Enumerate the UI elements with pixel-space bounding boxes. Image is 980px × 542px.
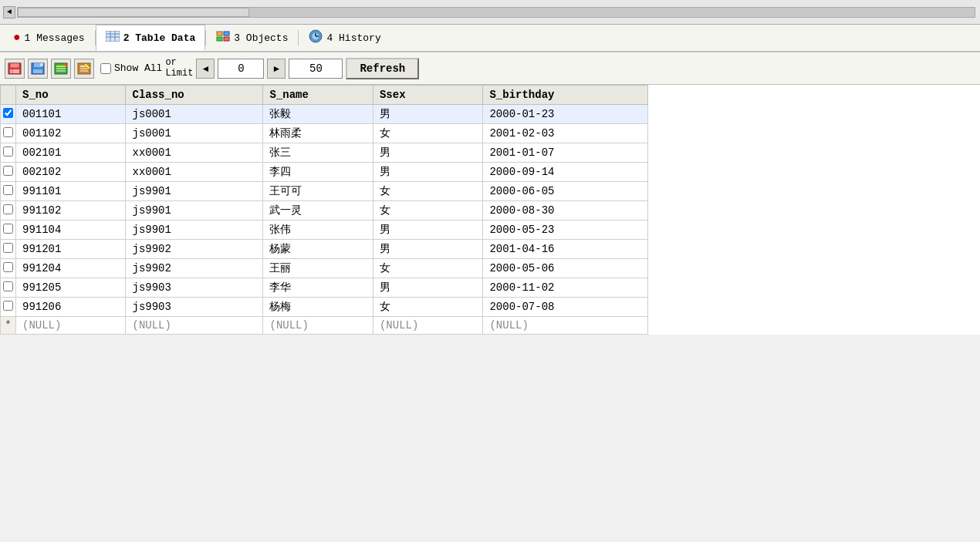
row-checkbox-cell[interactable] [1, 278, 16, 298]
cell-class-no[interactable]: js0001 [126, 124, 263, 143]
row-checkbox-cell[interactable] [1, 221, 16, 240]
row-checkbox[interactable] [3, 108, 13, 118]
cell-ssex[interactable]: 女 [373, 298, 482, 317]
cell-class-no[interactable]: js9901 [126, 221, 263, 240]
table-row[interactable]: 991101 js9901 王可可 女 2000-06-05 [1, 182, 648, 201]
row-checkbox[interactable] [3, 224, 13, 234]
show-all-checkbox[interactable] [100, 63, 111, 74]
cell-s-name[interactable]: 王丽 [263, 259, 373, 278]
cell-s-no[interactable]: 991102 [16, 201, 126, 221]
next-btn[interactable]: ► [267, 59, 286, 79]
show-all-checkbox-label[interactable]: Show All [100, 62, 162, 74]
null-class-no[interactable]: (NULL) [126, 317, 263, 335]
table-row[interactable]: 991102 js9901 武一灵 女 2000-08-30 [1, 201, 648, 221]
cell-s-name[interactable]: 杨梅 [263, 298, 373, 317]
cell-ssex[interactable]: 男 [373, 221, 482, 240]
col-ssex[interactable]: Ssex [373, 86, 482, 105]
cell-s-no[interactable]: 002102 [16, 163, 126, 182]
edit-btn[interactable] [74, 59, 94, 79]
cell-s-name[interactable]: 林雨柔 [263, 124, 373, 143]
cell-class-no[interactable]: js0001 [126, 105, 263, 124]
cell-s-name[interactable]: 李华 [263, 278, 373, 298]
null-ssex[interactable]: (NULL) [373, 317, 482, 335]
col-s-name[interactable]: S_name [263, 86, 373, 105]
cell-s-birthday[interactable]: 2000-01-23 [483, 105, 648, 124]
row-checkbox-cell[interactable] [1, 298, 16, 317]
table-row[interactable]: 991204 js9902 王丽 女 2000-05-06 [1, 259, 648, 278]
row-checkbox-cell[interactable] [1, 259, 16, 278]
cell-s-birthday[interactable]: 2000-09-14 [483, 163, 648, 182]
cell-s-birthday[interactable]: 2000-05-06 [483, 259, 648, 278]
scroll-track[interactable] [17, 7, 975, 18]
cell-ssex[interactable]: 男 [373, 143, 482, 163]
tab-messages[interactable]: ● 1 Messages [3, 25, 95, 51]
cell-class-no[interactable]: js9901 [126, 201, 263, 221]
row-checkbox[interactable] [3, 185, 13, 195]
row-checkbox-cell[interactable] [1, 163, 16, 182]
table-row[interactable]: 002101 xx0001 张三 男 2001-01-07 [1, 143, 648, 163]
row-checkbox[interactable] [3, 127, 13, 137]
cell-class-no[interactable]: js9902 [126, 240, 263, 259]
scroll-thumb[interactable] [18, 8, 249, 17]
refresh-btn[interactable]: Refresh [346, 58, 419, 79]
null-s-no[interactable]: (NULL) [16, 317, 126, 335]
table-row[interactable]: 991206 js9903 杨梅 女 2000-07-08 [1, 298, 648, 317]
col-class-no[interactable]: Class_no [126, 86, 263, 105]
tab-objects[interactable]: 3 Objects [206, 25, 298, 51]
cell-s-no[interactable]: 991206 [16, 298, 126, 317]
cell-s-name[interactable]: 张毅 [263, 105, 373, 124]
db-save-btn[interactable] [5, 59, 25, 79]
null-row[interactable]: * (NULL) (NULL) (NULL) (NULL) (NULL) [1, 317, 648, 335]
row-checkbox-cell[interactable] [1, 240, 16, 259]
row-checkbox[interactable] [3, 146, 13, 157]
row-checkbox-cell[interactable] [1, 143, 16, 163]
cell-s-birthday[interactable]: 2001-04-16 [483, 240, 648, 259]
cell-ssex[interactable]: 男 [373, 163, 482, 182]
row-checkbox-cell[interactable] [1, 124, 16, 143]
cell-s-birthday[interactable]: 2000-07-08 [483, 298, 648, 317]
row-checkbox[interactable] [3, 281, 13, 291]
cell-ssex[interactable]: 男 [373, 105, 482, 124]
row-checkbox-cell[interactable] [1, 182, 16, 201]
scroll-left-btn[interactable]: ◄ [3, 6, 15, 19]
cell-s-name[interactable]: 李四 [263, 163, 373, 182]
cell-s-name[interactable]: 张伟 [263, 221, 373, 240]
table-row[interactable]: 002102 xx0001 李四 男 2000-09-14 [1, 163, 648, 182]
table-row[interactable]: 001102 js0001 林雨柔 女 2001-02-03 [1, 124, 648, 143]
row-checkbox-cell[interactable] [1, 105, 16, 124]
cell-class-no[interactable]: js9903 [126, 298, 263, 317]
row-checkbox-cell[interactable] [1, 201, 16, 221]
row-checkbox[interactable] [3, 301, 13, 311]
cell-s-name[interactable]: 张三 [263, 143, 373, 163]
tab-table-data[interactable]: 2 Table Data [96, 25, 206, 51]
cell-class-no[interactable]: xx0001 [126, 163, 263, 182]
row-checkbox[interactable] [3, 204, 13, 214]
horizontal-scrollbar[interactable]: ◄ [0, 0, 980, 25]
cell-s-name[interactable]: 王可可 [263, 182, 373, 201]
prev-btn[interactable]: ◄ [196, 59, 215, 79]
cell-s-birthday[interactable]: 2000-05-23 [483, 221, 648, 240]
cell-s-no[interactable]: 001101 [16, 105, 126, 124]
cell-s-birthday[interactable]: 2001-02-03 [483, 124, 648, 143]
cell-class-no[interactable]: js9902 [126, 259, 263, 278]
row-checkbox[interactable] [3, 243, 13, 253]
cell-s-birthday[interactable]: 2000-06-05 [483, 182, 648, 201]
cell-ssex[interactable]: 男 [373, 278, 482, 298]
cell-s-no[interactable]: 991205 [16, 278, 126, 298]
cell-s-no[interactable]: 991104 [16, 221, 126, 240]
cell-s-no[interactable]: 002101 [16, 143, 126, 163]
save-btn[interactable] [28, 59, 48, 79]
cell-s-birthday[interactable]: 2001-01-07 [483, 143, 648, 163]
table-row[interactable]: 991201 js9902 杨蒙 男 2001-04-16 [1, 240, 648, 259]
delete-row-btn[interactable] [51, 59, 71, 79]
cell-s-birthday[interactable]: 2000-08-30 [483, 201, 648, 221]
col-s-birthday[interactable]: S_birthday [483, 86, 648, 105]
tab-history[interactable]: 4 History [299, 25, 390, 51]
table-row[interactable]: 991104 js9901 张伟 男 2000-05-23 [1, 221, 648, 240]
cell-ssex[interactable]: 女 [373, 259, 482, 278]
cell-class-no[interactable]: js9901 [126, 182, 263, 201]
col-s-no[interactable]: S_no [16, 86, 126, 105]
cell-s-name[interactable]: 武一灵 [263, 201, 373, 221]
offset-input[interactable] [218, 59, 264, 79]
row-checkbox[interactable] [3, 262, 13, 272]
